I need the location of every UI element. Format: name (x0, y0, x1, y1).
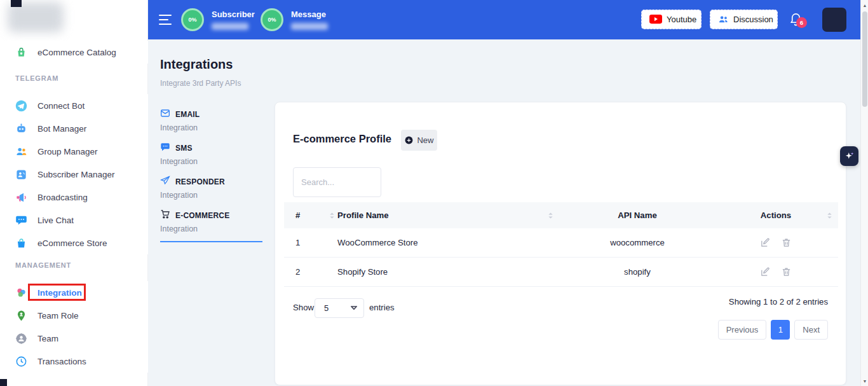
message-stat-label: Message (291, 10, 328, 19)
sparkle-icon (844, 151, 855, 162)
sidebar-item-ecommerce-catalog[interactable]: eCommerce Catalog (0, 41, 148, 64)
subscriber-progress-ring: 0% (181, 8, 204, 31)
cell-num: 1 (284, 238, 337, 247)
column-header-api-name[interactable]: API Name (561, 210, 714, 220)
pin-person-icon (15, 310, 27, 322)
integration-nav-subtitle: Integration (160, 224, 262, 233)
integration-drops-icon (15, 287, 27, 299)
integration-nav-email[interactable]: EMAIL Integration (160, 108, 262, 132)
message-percent: 0% (268, 17, 276, 23)
sidebar-item-label: Subscriber Manager (37, 170, 115, 179)
sidebar-item-team[interactable]: Team (0, 327, 148, 350)
sidebar-item-live-chat[interactable]: Live Chat (0, 209, 148, 231)
scrollbar-thumb[interactable] (862, 11, 867, 107)
discussion-button[interactable]: Discussion (710, 10, 778, 29)
sort-icon[interactable] (547, 211, 554, 219)
integration-nav-ecommerce[interactable]: E-COMMERCE Integration (160, 209, 262, 242)
subscriber-stat-label: Subscriber (212, 10, 255, 19)
app-screen: eCommerce Catalog TELEGRAM Connect Bot B… (0, 0, 868, 386)
pagination: Previous 1 Next (718, 320, 828, 340)
shopping-bag-icon (15, 46, 27, 59)
sidebar-item-transactions[interactable]: Transactions (0, 350, 148, 373)
entries-label: entries (369, 303, 395, 312)
delete-button[interactable] (779, 235, 794, 251)
sidebar-item-label: Bot Manager (37, 124, 86, 134)
assistant-fab-button[interactable] (840, 146, 858, 166)
new-button-label: New (417, 135, 433, 145)
cell-api-name: shopify (561, 267, 714, 277)
sidebar-section-telegram: TELEGRAM (15, 74, 58, 82)
paper-plane-icon (160, 176, 170, 188)
current-page-button[interactable]: 1 (771, 320, 790, 340)
sidebar-item-subscriber-manager[interactable]: Subscriber Manager (0, 163, 148, 186)
sort-icon[interactable] (329, 211, 336, 219)
user-avatar[interactable] (822, 8, 846, 32)
integration-nav-title: RESPONDER (175, 177, 225, 186)
sidebar-item-label: Group Manager (37, 147, 98, 156)
clock-icon (15, 355, 27, 368)
sidebar-item-label: Transactions (37, 357, 86, 366)
message-value-blurred (291, 23, 328, 30)
subscriber-value-blurred (212, 23, 248, 30)
sidebar-item-broadcasting[interactable]: Broadcasting (0, 186, 148, 209)
subscriber-usage-stat: 0% Subscriber (181, 8, 255, 31)
integration-nav-sms[interactable]: SMS Integration (160, 142, 262, 166)
notification-count-badge[interactable]: 6 (796, 17, 807, 28)
vertical-scrollbar[interactable]: ▲ ▼ (860, 0, 868, 386)
subscriber-percent: 0% (188, 17, 196, 23)
sidebar-item-label: Integration (37, 288, 82, 298)
logo-fragment (11, 0, 22, 7)
sms-icon (160, 142, 170, 155)
cell-profile-name: WooCommerce Store (337, 238, 561, 247)
column-header-actions[interactable]: Actions (714, 210, 838, 220)
cell-num: 2 (284, 267, 337, 277)
integration-nav-title: SMS (175, 144, 193, 153)
sidebar-item-group-manager[interactable]: Group Manager (0, 140, 148, 163)
page-length-select[interactable]: 5 (315, 298, 364, 318)
sidebar-item-bot-manager[interactable]: Bot Manager (0, 117, 148, 140)
store-bag-icon (15, 237, 27, 249)
scroll-down-arrow-icon[interactable]: ▼ (861, 377, 868, 385)
sidebar-item-connect-bot[interactable]: Connect Bot (0, 94, 148, 117)
sidebar-item-team-role[interactable]: Team Role (0, 304, 148, 327)
page-title: Integrations (160, 57, 233, 72)
message-progress-ring: 0% (261, 8, 283, 31)
sidebar-item-integration[interactable]: Integration (0, 281, 148, 304)
users-icon (15, 146, 27, 158)
menu-toggle-icon[interactable] (159, 15, 172, 25)
scroll-up-arrow-icon[interactable]: ▲ (861, 1, 868, 9)
corner-fragment (0, 379, 7, 386)
robot-icon (15, 123, 27, 135)
column-header-profile-name[interactable]: Profile Name (337, 210, 561, 220)
table-row: 1 WooCommerce Store woocommerce (284, 228, 838, 258)
search-input[interactable] (293, 167, 381, 197)
chat-bubble-icon (15, 214, 27, 226)
edit-button[interactable] (758, 265, 773, 280)
megaphone-icon (15, 191, 27, 203)
next-page-button[interactable]: Next (794, 320, 828, 340)
telegram-icon (15, 100, 27, 112)
topbar: 0% Subscriber 0% Message Youtube Discuss… (148, 0, 860, 39)
page-subtitle: Integrate 3rd Party APIs (160, 79, 241, 88)
ecommerce-profile-card: E-commerce Profile New # Profile Name AP… (275, 102, 846, 385)
integration-nav-subtitle: Integration (160, 191, 262, 200)
previous-page-button[interactable]: Previous (718, 320, 767, 340)
youtube-button[interactable]: Youtube (641, 10, 702, 29)
entries-summary: Showing 1 to 2 of 2 entries (729, 297, 828, 307)
sidebar-item-label: Connect Bot (37, 101, 85, 111)
table-row: 2 Shopify Store shopify (284, 258, 838, 287)
integration-nav-responder[interactable]: RESPONDER Integration (160, 176, 262, 200)
discussion-users-icon (718, 15, 729, 24)
sidebar-section-management: MANAGEMENT (15, 261, 71, 269)
youtube-icon (649, 15, 662, 24)
sidebar-item-label: Team Role (37, 311, 79, 321)
cell-api-name: woocommerce (561, 238, 714, 247)
sidebar-item-ecommerce-store[interactable]: eCommerce Store (0, 231, 148, 254)
sort-icon[interactable] (826, 211, 833, 219)
integration-type-nav: EMAIL Integration SMS Integration RESPON… (160, 108, 262, 242)
new-profile-button[interactable]: New (401, 130, 437, 151)
show-label: Show (293, 303, 314, 312)
page-length-value: 5 (324, 303, 329, 313)
edit-button[interactable] (758, 235, 773, 251)
delete-button[interactable] (779, 265, 794, 280)
